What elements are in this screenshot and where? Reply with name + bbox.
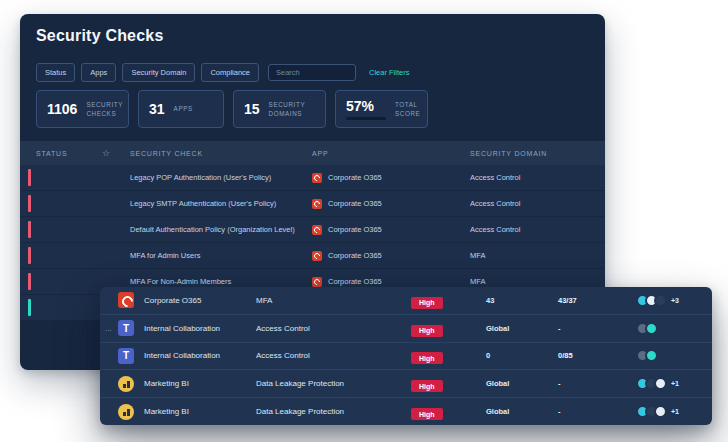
integration-avatars: [636, 322, 658, 335]
more-count[interactable]: +3: [671, 297, 679, 304]
column-header-status[interactable]: STATUS: [36, 150, 67, 157]
o365-app-icon: [312, 277, 322, 287]
overlay-row[interactable]: Corporate O365 MFA High 43 43/37 +3: [100, 287, 712, 314]
overlay-row[interactable]: Marketing BI Data Leakage Protection Hig…: [100, 397, 712, 425]
avatar: [645, 322, 658, 335]
security-domain: Access Control: [470, 199, 605, 208]
o365-app-icon: [312, 225, 322, 235]
scope-value: Global: [486, 407, 558, 416]
score-fraction: -: [558, 379, 636, 388]
status-indicator: [28, 247, 31, 264]
app-name: Corporate O365: [328, 251, 382, 260]
more-count[interactable]: +1: [671, 380, 679, 387]
app-name: Internal Collaboration: [144, 351, 256, 360]
scope-value: 0: [486, 351, 558, 360]
security-domain: Data Leakage Protection: [256, 379, 411, 388]
overlay-row[interactable]: ... Internal Collaboration Access Contro…: [100, 314, 712, 342]
security-domain: MFA: [470, 277, 605, 286]
filter-bar: Status Apps Security Domain Compliance C…: [36, 63, 409, 82]
more-count[interactable]: +1: [671, 408, 679, 415]
avatar: [654, 294, 667, 307]
avatar: [654, 377, 667, 390]
stat-value: 1106: [47, 101, 77, 117]
app-checks-overlay-panel: Corporate O365 MFA High 43 43/37 +3 ... …: [100, 287, 712, 425]
column-header-security-domain[interactable]: SECURITY DOMAIN: [470, 150, 605, 157]
status-indicator: [28, 273, 31, 290]
stat-label: SECURITY DOMAINS: [269, 100, 315, 119]
truncated-text: ...: [105, 324, 112, 333]
o365-app-icon: [118, 292, 134, 308]
app-name: Corporate O365: [328, 199, 382, 208]
page-title: Security Checks: [36, 27, 164, 45]
integration-avatars: +3: [636, 294, 679, 307]
o365-app-icon: [312, 199, 322, 209]
filter-apps-button[interactable]: Apps: [81, 63, 116, 82]
marketing-bi-app-icon: [118, 376, 134, 392]
marketing-bi-app-icon: [118, 404, 134, 420]
security-domain: Access Control: [256, 324, 411, 333]
filter-compliance-button[interactable]: Compliance: [201, 63, 259, 82]
stat-value: 57%: [346, 98, 386, 114]
teams-app-icon: [118, 320, 134, 336]
app-name: Internal Collaboration: [144, 324, 256, 333]
security-domain: Access Control: [256, 351, 411, 360]
stat-card-security-checks: 1106 SECURITY CHECKS: [36, 90, 129, 128]
severity-badge: High: [411, 408, 443, 420]
overlay-row[interactable]: Marketing BI Data Leakage Protection Hig…: [100, 369, 712, 397]
o365-app-icon: [312, 251, 322, 261]
o365-app-icon: [312, 173, 322, 183]
severity-badge: High: [411, 325, 443, 337]
clear-filters-link[interactable]: Clear Filters: [369, 68, 409, 77]
status-indicator: [28, 221, 31, 238]
stat-value: 15: [244, 101, 260, 117]
filter-security-domain-button[interactable]: Security Domain: [122, 63, 195, 82]
column-header-app[interactable]: APP: [312, 150, 470, 157]
app-name: Corporate O365: [328, 225, 382, 234]
stat-label: APPS: [174, 104, 193, 113]
avatar: [654, 405, 667, 418]
teams-app-icon: [118, 348, 134, 364]
stat-value: 31: [149, 101, 165, 117]
app-name: Corporate O365: [328, 277, 382, 286]
app-name: Corporate O365: [144, 296, 256, 305]
score-progress-track: [346, 117, 386, 120]
table-row[interactable]: Legacy POP Authentication (User's Policy…: [20, 165, 605, 190]
scope-value: Global: [486, 324, 558, 333]
app-name: Marketing BI: [144, 379, 256, 388]
security-check-name: Legacy SMTP Authentication (User's Polic…: [130, 199, 312, 208]
page: Security Checks Status Apps Security Dom…: [0, 0, 728, 442]
search-input[interactable]: [268, 64, 356, 81]
severity-badge: High: [411, 380, 443, 392]
security-domain: MFA: [470, 251, 605, 260]
security-domain: MFA: [256, 296, 411, 305]
stat-card-apps: 31 APPS: [138, 90, 224, 128]
avatar: [645, 349, 658, 362]
severity-badge: High: [411, 297, 443, 309]
stat-card-security-domains: 15 SECURITY DOMAINS: [233, 90, 326, 128]
status-indicator: [28, 299, 31, 316]
severity-badge: High: [411, 352, 443, 364]
favorite-star-icon[interactable]: ☆: [102, 148, 110, 158]
status-indicator: [28, 195, 31, 212]
security-check-name: MFA for Admin Users: [130, 251, 312, 260]
security-domain: Data Leakage Protection: [256, 407, 411, 416]
security-check-name: Legacy POP Authentication (User's Policy…: [130, 173, 312, 182]
security-check-name: Default Authentication Policy (Organizat…: [130, 225, 312, 234]
scope-value: Global: [486, 379, 558, 388]
scope-value: 43: [486, 296, 558, 305]
table-row[interactable]: Legacy SMTP Authentication (User's Polic…: [20, 191, 605, 216]
security-domain: Access Control: [470, 173, 605, 182]
integration-avatars: [636, 349, 658, 362]
security-check-name: MFA For Non-Admin Members: [130, 277, 312, 286]
integration-avatars: +1: [636, 377, 679, 390]
score-fraction: 0/85: [558, 351, 636, 360]
column-header-security-check[interactable]: SECURITY CHECK: [130, 150, 312, 157]
app-name: Marketing BI: [144, 407, 256, 416]
stat-card-total-score: 57% TOTAL SCORE: [335, 90, 428, 128]
table-row[interactable]: Default Authentication Policy (Organizat…: [20, 217, 605, 242]
filter-status-button[interactable]: Status: [36, 63, 75, 82]
table-row[interactable]: MFA for Admin Users Corporate O365 MFA: [20, 243, 605, 268]
app-name: Corporate O365: [328, 173, 382, 182]
overlay-row[interactable]: Internal Collaboration Access Control Hi…: [100, 342, 712, 370]
score-fraction: -: [558, 407, 636, 416]
